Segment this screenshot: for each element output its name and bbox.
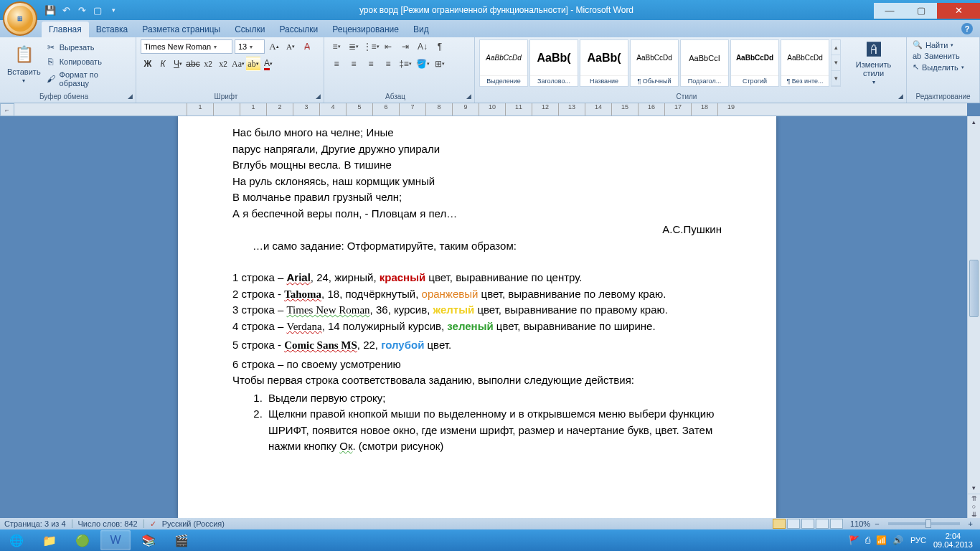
save-icon[interactable]: 💾 — [44, 4, 56, 16]
tab-home[interactable]: Главная — [42, 22, 89, 37]
ruler-toggle[interactable]: ⌐ — [0, 103, 14, 116]
scroll-down-icon[interactable]: ▾ — [831, 55, 840, 70]
dialog-launcher-icon[interactable]: ◢ — [898, 93, 903, 100]
undo-icon[interactable]: ↶ — [60, 4, 72, 16]
zoom-in-button[interactable]: + — [966, 519, 976, 528]
close-button[interactable]: ✕ — [937, 3, 980, 19]
subscript-button[interactable]: x2 — [201, 57, 215, 71]
copy-button[interactable]: ⎘Копировать — [44, 55, 131, 68]
replace-button[interactable]: abЗаменить — [911, 51, 975, 61]
paste-button[interactable]: 📋 Вставить ▾ — [4, 39, 44, 87]
vertical-scrollbar[interactable]: ▴ ▾ ⇈ ○ ⇊ — [967, 116, 980, 518]
dialog-launcher-icon[interactable]: ◢ — [128, 93, 133, 100]
tray-flag-icon[interactable]: 🚩 — [849, 535, 859, 545]
style-item[interactable]: AaBb(Заголово... — [529, 39, 578, 87]
proofing-icon[interactable]: ✓ — [150, 519, 156, 529]
tab-review[interactable]: Рецензирование — [325, 22, 406, 37]
taskbar-ie-icon[interactable]: 🌐 — [1, 530, 32, 550]
scroll-thumb[interactable] — [969, 260, 979, 317]
shrink-font-button[interactable]: A▾ — [283, 39, 298, 54]
underline-button[interactable]: Ч▾ — [171, 57, 185, 71]
multilevel-button[interactable]: ⋮≡▾ — [363, 39, 379, 54]
align-center-button[interactable]: ≡ — [346, 57, 362, 71]
justify-button[interactable]: ≡ — [380, 57, 396, 71]
tab-page-layout[interactable]: Разметка страницы — [135, 22, 227, 37]
sort-button[interactable]: A↓ — [415, 39, 430, 54]
horizontal-ruler[interactable]: 112345678910111213141516171819 — [14, 103, 967, 116]
status-word-count[interactable]: Число слов: 842 — [78, 519, 138, 528]
dialog-launcher-icon[interactable]: ◢ — [316, 93, 321, 100]
tab-view[interactable]: Вид — [406, 22, 436, 37]
scroll-up-icon[interactable]: ▴ — [968, 116, 980, 128]
tray-volume-icon[interactable]: 🔊 — [892, 535, 903, 545]
styles-gallery[interactable]: AaBbCcDdВыделениеAaBb(Заголово...AaBb(На… — [479, 39, 831, 87]
font-name-combo[interactable]: Times New Roman▾ — [141, 39, 232, 54]
office-button[interactable]: ⊞ — [3, 1, 37, 36]
taskbar-explorer-icon[interactable]: 📁 — [34, 530, 65, 550]
style-item[interactable]: AaBbCcDdВыделение — [479, 39, 528, 87]
bullets-button[interactable]: ≡▾ — [329, 39, 344, 54]
tab-mailings[interactable]: Рассылки — [272, 22, 325, 37]
zoom-thumb[interactable] — [925, 519, 931, 528]
increase-indent-button[interactable]: ⇥ — [397, 39, 413, 54]
taskbar-moviemaker-icon[interactable]: 🎬 — [166, 530, 197, 550]
change-case-button[interactable]: Aa▾ — [231, 57, 245, 71]
borders-button[interactable]: ⊞▾ — [432, 57, 448, 71]
select-button[interactable]: ↖Выделить▾ — [911, 62, 975, 72]
font-color-button[interactable]: A▾ — [261, 57, 275, 71]
align-right-button[interactable]: ≡ — [363, 57, 379, 71]
new-doc-icon[interactable]: ▢ — [92, 4, 103, 16]
view-full-screen-button[interactable] — [787, 519, 800, 529]
view-outline-button[interactable] — [816, 519, 829, 529]
taskbar-word-icon[interactable]: W — [100, 530, 131, 550]
superscript-button[interactable]: x2 — [216, 57, 230, 71]
browse-object-icon[interactable]: ○ — [968, 502, 980, 510]
line-spacing-button[interactable]: ‡≡▾ — [397, 57, 413, 71]
style-item[interactable]: AaBbCcDdСтрогий — [730, 39, 779, 87]
tray-language[interactable]: РУС — [910, 536, 926, 545]
zoom-slider[interactable] — [888, 522, 960, 525]
style-item[interactable]: AaBbCcDd¶ Обычный — [630, 39, 679, 87]
status-language[interactable]: Русский (Россия) — [162, 519, 225, 528]
next-page-icon[interactable]: ⇊ — [968, 510, 980, 518]
taskbar-chrome-icon[interactable]: 🟢 — [67, 530, 98, 550]
style-item[interactable]: AaBb(Название — [580, 39, 628, 87]
show-marks-button[interactable]: ¶ — [432, 39, 448, 54]
tray-clock[interactable]: 2:04 09.04.2013 — [933, 532, 973, 549]
view-print-layout-button[interactable] — [773, 519, 786, 529]
style-item[interactable]: AaBbCcIПодзагол... — [680, 39, 729, 87]
document-page[interactable]: Нас было много на челне; Иные парус напр… — [178, 116, 776, 518]
font-size-combo[interactable]: 13▾ — [235, 39, 265, 54]
scroll-down-icon[interactable]: ▾ — [968, 482, 980, 494]
qat-more-icon[interactable]: ▾ — [108, 4, 119, 16]
zoom-out-button[interactable]: − — [872, 519, 882, 528]
tray-network-icon[interactable]: 📶 — [876, 535, 887, 545]
cut-button[interactable]: ✂Вырезать — [44, 41, 131, 54]
decrease-indent-button[interactable]: ⇤ — [380, 39, 396, 54]
help-icon[interactable]: ? — [961, 23, 973, 34]
taskbar-winrar-icon[interactable]: 📚 — [133, 530, 164, 550]
redo-icon[interactable]: ↷ — [76, 4, 88, 16]
status-page[interactable]: Страница: 3 из 4 — [4, 519, 66, 528]
tab-insert[interactable]: Вставка — [89, 22, 136, 37]
zoom-level[interactable]: 110% — [850, 519, 870, 528]
dialog-launcher-icon[interactable]: ◢ — [466, 93, 471, 100]
italic-button[interactable]: К — [156, 57, 170, 71]
align-left-button[interactable]: ≡ — [329, 57, 344, 71]
find-button[interactable]: 🔍Найти▾ — [911, 39, 975, 50]
maximize-button[interactable]: ▢ — [905, 3, 937, 19]
tab-references[interactable]: Ссылки — [227, 22, 272, 37]
view-web-button[interactable] — [801, 519, 814, 529]
highlight-button[interactable]: ab▾ — [246, 57, 260, 71]
bold-button[interactable]: Ж — [141, 57, 155, 71]
style-item[interactable]: AaBbCcDd¶ Без инте... — [781, 39, 829, 87]
view-draft-button[interactable] — [830, 519, 843, 529]
clear-formatting-button[interactable]: A̶ — [300, 39, 314, 54]
minimize-button[interactable]: — — [874, 3, 905, 19]
styles-gallery-more[interactable]: ▴ ▾ ▾ — [831, 39, 841, 87]
prev-page-icon[interactable]: ⇈ — [968, 494, 980, 502]
expand-icon[interactable]: ▾ — [831, 71, 840, 86]
shading-button[interactable]: 🪣▾ — [415, 57, 430, 71]
change-styles-button[interactable]: 🅰 Изменить стили ▾ — [845, 39, 902, 87]
strikethrough-button[interactable]: abc — [186, 57, 200, 71]
